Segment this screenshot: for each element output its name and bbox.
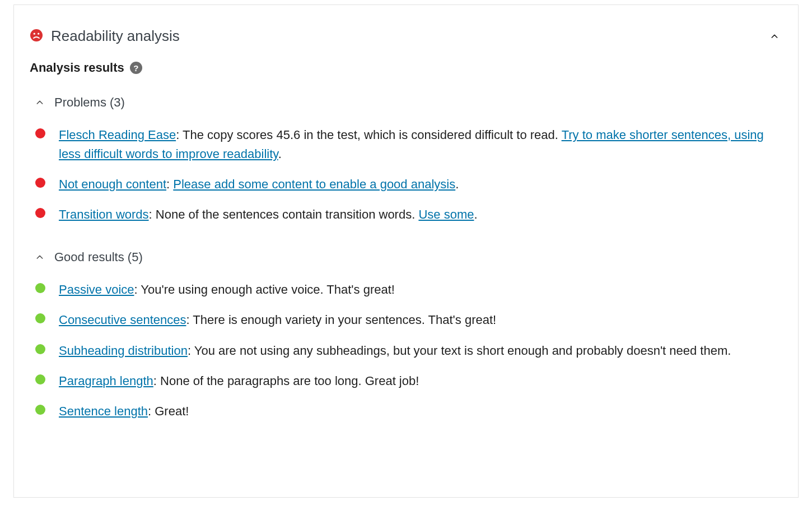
sad-face-icon	[30, 29, 43, 44]
problem-text: Not enough content: Please add some cont…	[59, 175, 459, 194]
good-item: Sentence length: Great!	[32, 396, 782, 427]
good-text: Consecutive sentences: There is enough v…	[59, 311, 496, 330]
svg-point-0	[30, 29, 43, 41]
problems-section-toggle[interactable]: Problems (3)	[30, 91, 782, 120]
passive-voice-link[interactable]: Passive voice	[59, 282, 134, 296]
svg-point-1	[34, 33, 35, 34]
use-some-link[interactable]: Use some	[418, 207, 474, 221]
good-text: Subheading distribution: You are not usi…	[59, 341, 731, 360]
good-item: Subheading distribution: You are not usi…	[32, 336, 782, 366]
good-item: Passive voice: You're using enough activ…	[32, 275, 782, 305]
sentence-length-link[interactable]: Sentence length	[59, 404, 148, 418]
analysis-results-title: Analysis results	[30, 61, 124, 75]
status-dot-red-icon	[35, 178, 45, 188]
good-results-list: Passive voice: You're using enough activ…	[30, 275, 782, 442]
subheading-distribution-link[interactable]: Subheading distribution	[59, 344, 188, 358]
chevron-up-icon	[770, 32, 779, 41]
good-text: Sentence length: Great!	[59, 402, 189, 421]
collapse-panel-button[interactable]	[767, 32, 782, 41]
chevron-up-icon	[35, 98, 44, 107]
problem-item: Transition words: None of the sentences …	[32, 200, 782, 230]
transition-words-link[interactable]: Transition words	[59, 207, 149, 221]
good-item: Consecutive sentences: There is enough v…	[32, 305, 782, 335]
readability-panel: Readability analysis Analysis results ? …	[13, 4, 799, 498]
chevron-up-icon	[35, 253, 44, 262]
good-item: Paragraph length: None of the paragraphs…	[32, 366, 782, 396]
problem-item: Flesch Reading Ease: The copy scores 45.…	[32, 120, 782, 169]
problem-text: Transition words: None of the sentences …	[59, 205, 478, 224]
status-dot-green-icon	[35, 283, 45, 293]
consecutive-sentences-link[interactable]: Consecutive sentences	[59, 313, 186, 327]
analysis-results-heading: Analysis results ?	[30, 61, 782, 91]
panel-title: Readability analysis	[51, 27, 180, 45]
help-icon[interactable]: ?	[130, 62, 142, 74]
add-content-link[interactable]: Please add some content to enable a good…	[173, 177, 455, 191]
flesch-reading-ease-link[interactable]: Flesch Reading Ease	[59, 128, 176, 142]
good-text: Passive voice: You're using enough activ…	[59, 280, 395, 299]
good-text: Paragraph length: None of the paragraphs…	[59, 372, 419, 391]
good-results-section-label: Good results (5)	[54, 250, 143, 265]
status-dot-green-icon	[35, 313, 45, 323]
panel-header-left: Readability analysis	[30, 27, 180, 45]
panel-header[interactable]: Readability analysis	[30, 16, 782, 61]
status-dot-red-icon	[35, 128, 45, 138]
svg-point-2	[38, 33, 39, 34]
paragraph-length-link[interactable]: Paragraph length	[59, 374, 153, 388]
problem-item: Not enough content: Please add some cont…	[32, 169, 782, 200]
problem-text: Flesch Reading Ease: The copy scores 45.…	[59, 126, 782, 164]
not-enough-content-link[interactable]: Not enough content	[59, 177, 166, 191]
status-dot-green-icon	[35, 405, 45, 415]
problems-section-label: Problems (3)	[54, 95, 125, 110]
good-results-section-toggle[interactable]: Good results (5)	[30, 245, 782, 275]
status-dot-green-icon	[35, 344, 45, 354]
status-dot-green-icon	[35, 374, 45, 384]
problems-list: Flesch Reading Ease: The copy scores 45.…	[30, 120, 782, 245]
status-dot-red-icon	[35, 208, 45, 218]
